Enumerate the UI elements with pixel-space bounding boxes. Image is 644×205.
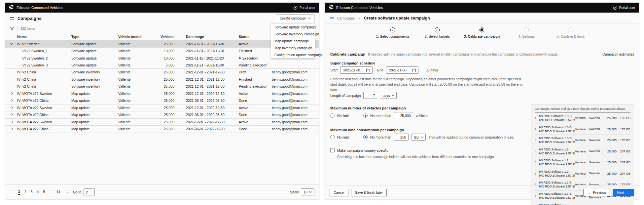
step-circle	[480, 27, 484, 32]
country-specific-checkbox[interactable]	[330, 148, 335, 152]
app-topbar: Ericsson Connected Vehicles Portal user	[325, 3, 639, 13]
user-menu[interactable]: Portal user	[293, 6, 315, 10]
vehicle-model: Vallente	[118, 77, 158, 81]
cancel-button[interactable]: Cancel	[330, 189, 348, 196]
row-expander[interactable]	[10, 93, 17, 95]
row-expander[interactable]	[10, 43, 17, 44]
wizard-step[interactable]: 5. Confirm & finish	[549, 27, 593, 38]
table-row[interactable]: IVI v2 China Software inventory Vallente…	[5, 83, 319, 90]
prev-page-arrow[interactable]: ←	[10, 190, 14, 194]
menu-icon[interactable]	[10, 17, 14, 20]
calendar-icon[interactable]	[412, 68, 416, 72]
wizard-step[interactable]: 4. Settings	[504, 27, 549, 38]
created-by: benny.good@man.com	[272, 84, 314, 88]
table-row[interactable]: IVI MOTA v22 China Map update Vallente 2…	[5, 126, 319, 133]
table-row[interactable]: IVI v2 China Software inventory Vallente…	[5, 76, 319, 83]
start-date-input[interactable]	[343, 68, 364, 72]
status-text: Done	[239, 127, 247, 131]
menu-icon[interactable]	[330, 17, 334, 19]
previous-button[interactable]: ← Previous	[583, 189, 611, 196]
table-row[interactable]: IVI MOTA v22 Sweden Map update Vallente …	[5, 104, 319, 112]
software-line2: IVC RDO.Software 2.57.29	[539, 118, 575, 122]
page-number[interactable]: 2	[24, 190, 26, 194]
estimate-model: Ventura	[575, 139, 589, 142]
data-no-more-radio[interactable]	[363, 135, 368, 139]
campaign-name: IVI MOTA v22 Sweden	[17, 106, 71, 110]
page-number[interactable]: 5	[43, 190, 45, 194]
date-range: 2021-11-01 - 2021-11-10	[186, 49, 239, 53]
data-unit-select[interactable]: GB	[411, 134, 426, 141]
software-stack: IVI RDO.Software 1.3-B IVC RDO.Software …	[539, 125, 575, 134]
menu-item[interactable]: Map update campaign	[271, 37, 315, 44]
col-daterange: Date range	[186, 35, 239, 39]
start-date-field[interactable]	[340, 66, 373, 74]
vehicles-no-limit-radio[interactable]	[330, 113, 335, 118]
estimate-row: 2 IVI RDO.Software 1.3-B IVC RDO.Softwar…	[535, 124, 630, 135]
calibrate-form: Calibrate campaign If needed split the s…	[325, 49, 639, 185]
user-menu[interactable]: Portal user	[613, 6, 635, 10]
software-line2: IVC RDO.Software 2.57.29	[539, 162, 575, 166]
wizard-step[interactable]: ✓ 2. Select targets	[415, 27, 460, 38]
table-row[interactable]: IVI MOTA v22 China Map update Vallente 2…	[5, 97, 319, 104]
wizard-step[interactable]: ✓ 1. Select components	[371, 27, 415, 38]
status-text: Finished	[239, 77, 252, 81]
goto-page-input[interactable]	[84, 188, 95, 195]
menu-item[interactable]: Configuration update campaign	[271, 51, 315, 58]
create-campaign-button[interactable]: Create campaign	[276, 15, 314, 22]
menu-item[interactable]: Software inventory campaign	[271, 30, 315, 37]
software-line1: IVI RDO.Software 1.3-B	[539, 181, 575, 184]
page-size-select[interactable]: 10	[301, 188, 314, 195]
end-date-input[interactable]	[389, 68, 410, 72]
software-line1: IVI RDO.Software 1.3-B	[539, 114, 575, 118]
campaign-type: Software inventory	[71, 84, 118, 88]
row-expander[interactable]	[10, 128, 17, 130]
breadcrumb-campaigns[interactable]: Campaigns	[337, 16, 355, 20]
wizard-footer: Cancel Save & finish later ← Previous Ne…	[325, 185, 639, 199]
next-button[interactable]: Next →	[613, 189, 634, 196]
table-row[interactable]: IVI MOTA v22 Sweden Map update Vallente …	[5, 119, 319, 126]
software-line1: IVI RDO.Software 1.2	[539, 203, 575, 205]
software-stack: IVI RDO.Software 1.2 IVC RDO.Software 2.…	[539, 203, 575, 205]
vehicle-count: 10,000	[158, 49, 174, 53]
max-vehicles-input[interactable]	[394, 112, 413, 119]
calendar-icon[interactable]	[366, 68, 370, 72]
app-topbar: Ericsson Connected Vehicles Portal user	[5, 3, 319, 13]
filter-icon[interactable]	[10, 26, 14, 31]
table-row[interactable]: IVI v2 Sweden_3 Software update Vallente…	[5, 62, 319, 69]
menu-item[interactable]: Map inventory campaign	[271, 44, 315, 51]
row-expander[interactable]	[10, 114, 17, 116]
vehicles-suffix: vehicles	[416, 114, 428, 118]
table-row[interactable]: IVI MOTA v22 China Map update Vallente 2…	[5, 111, 319, 119]
length-input[interactable]	[363, 92, 377, 99]
length-unit-select[interactable]: days	[380, 92, 397, 99]
page-number[interactable]: 14	[56, 190, 60, 194]
status-cell: Active	[239, 92, 272, 96]
chevron-right-icon	[10, 113, 13, 116]
data-no-limit-radio[interactable]	[330, 135, 335, 139]
menu-item[interactable]: Software update campaign	[271, 23, 315, 30]
wizard-step[interactable]: 3. Calibrate campaign	[460, 27, 504, 38]
page-number[interactable]: 4	[37, 190, 39, 194]
next-page-arrow[interactable]: →	[65, 190, 69, 194]
row-expander[interactable]	[10, 107, 17, 109]
vehicles-no-more-radio[interactable]	[363, 113, 368, 118]
page-number[interactable]: 1	[18, 189, 20, 195]
estimate-row: 5 IVI RDO.Software 1.2 IVC RDO.Software …	[535, 157, 630, 168]
table-row[interactable]: IVI MOTA v22 Sweden Map update Vallente …	[5, 90, 319, 98]
table-row[interactable]: IVI v2 China Software inventory Vallente…	[5, 69, 319, 76]
max-data-input[interactable]	[394, 134, 409, 141]
status-cell: Finished	[239, 49, 272, 53]
software-stack: IVI RDO.Software 1.2 IVC RDO.Software 2.…	[539, 158, 575, 167]
row-expander[interactable]	[10, 121, 17, 123]
page-number[interactable]: 3	[31, 190, 33, 194]
status-text: Active	[239, 106, 248, 110]
page-number[interactable]: ...	[49, 190, 52, 194]
campaign-name: IVI v2 Sweden_2	[17, 56, 71, 60]
estimate-index: 2	[535, 128, 539, 131]
date-range: 2021-11-11 - 2021-11-20	[186, 56, 239, 60]
vehicle-model: Vallente	[118, 127, 158, 131]
date-range: 2021-12-01 - 2021-12-30	[186, 70, 239, 74]
save-finish-later-button[interactable]: Save & finish later	[351, 189, 387, 196]
end-date-field[interactable]	[386, 66, 418, 74]
row-expander[interactable]	[10, 100, 17, 102]
